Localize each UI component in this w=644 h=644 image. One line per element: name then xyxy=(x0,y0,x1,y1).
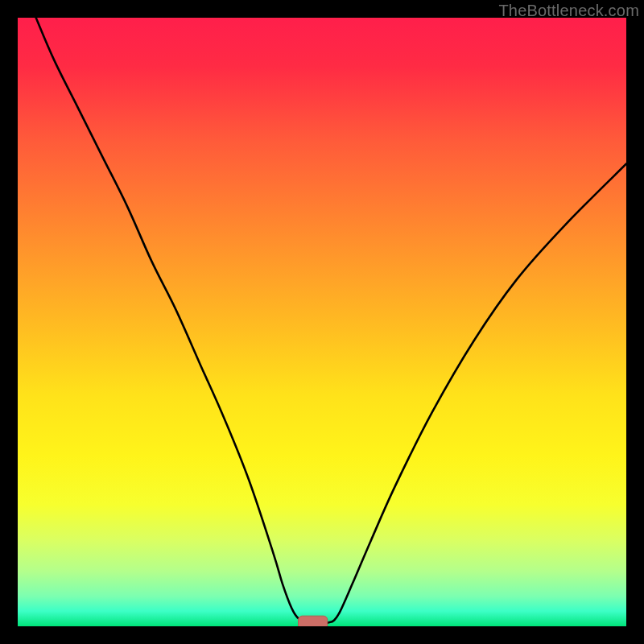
chart-frame: TheBottleneck.com xyxy=(0,0,644,644)
bottleneck-chart xyxy=(18,18,626,626)
gradient-background xyxy=(18,18,626,626)
optimal-point-marker xyxy=(299,616,328,626)
plot-area xyxy=(18,18,626,626)
